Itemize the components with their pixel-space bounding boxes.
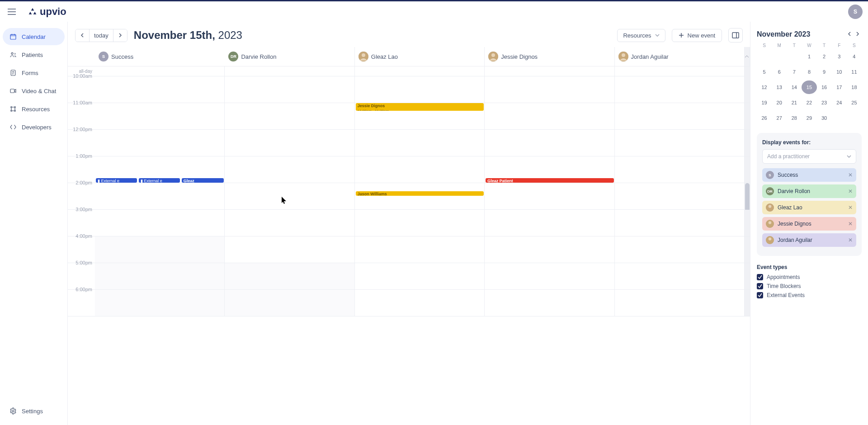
time-slot[interactable] [615,76,745,103]
resource-column-3[interactable]: Jessie Dignos [485,47,614,66]
practitioner-chip[interactable]: SSuccess✕ [762,168,856,182]
mini-cal-day[interactable]: 23 [817,96,832,109]
time-slot[interactable] [355,183,485,210]
time-slot[interactable] [225,76,354,103]
user-avatar[interactable]: S [848,5,863,19]
scrollbar[interactable] [745,236,750,263]
time-slot[interactable] [95,103,225,130]
mini-cal-day[interactable]: 30 [817,111,832,125]
remove-chip-icon[interactable]: ✕ [848,237,853,243]
practitioner-chip[interactable]: Jordan Aguilar✕ [762,233,856,247]
new-event-button[interactable]: New event [672,29,722,42]
mini-cal-day[interactable]: 24 [832,96,847,109]
resource-column-2[interactable]: Gleaz Lao [355,47,485,66]
time-slot[interactable] [615,156,745,183]
time-slot[interactable] [485,210,614,236]
scrollbar[interactable] [745,263,750,290]
mini-cal-day[interactable]: 13 [772,80,787,94]
time-slot[interactable] [355,76,485,103]
time-slot[interactable] [95,290,225,316]
event-type-checkbox[interactable]: Appointments [757,274,862,280]
time-slot[interactable] [225,130,354,156]
mini-cal-day[interactable]: 12 [757,80,772,94]
event-type-checkbox[interactable]: Time Blockers [757,283,862,289]
scrollbar[interactable] [745,183,750,210]
scroll-up-icon[interactable] [745,55,749,58]
remove-chip-icon[interactable]: ✕ [848,204,853,211]
resource-column-0[interactable]: SSuccess [95,47,225,66]
time-slot[interactable] [95,130,225,156]
mini-next-button[interactable] [854,29,862,39]
scrollbar[interactable] [745,103,750,130]
sidebar-item-video-chat[interactable]: Video & Chat [3,82,65,99]
time-slot[interactable] [355,156,485,183]
mini-cal-day[interactable]: 8 [802,65,816,79]
time-slot[interactable] [485,290,614,316]
sidebar-item-developers[interactable]: Developers [3,118,65,136]
time-slot[interactable] [225,183,354,210]
time-slot[interactable] [615,103,745,130]
time-slot[interactable] [355,210,485,236]
remove-chip-icon[interactable]: ✕ [848,188,853,194]
right-panel-toggle[interactable] [728,28,743,42]
mini-cal-day[interactable]: 3 [832,50,847,63]
mini-cal-day[interactable]: 28 [787,111,802,125]
time-slot[interactable] [225,263,354,290]
time-slot[interactable] [225,210,354,236]
mini-cal-day[interactable]: 9 [817,65,832,79]
scrollbar[interactable] [745,76,750,103]
calendar-event[interactable]: Gleaz [182,178,224,183]
calendar-event[interactable]: Gleaz Patient [486,178,613,183]
time-slot[interactable] [355,263,485,290]
time-slot[interactable] [355,130,485,156]
practitioner-chip[interactable]: Gleaz Lao✕ [762,201,856,214]
resources-dropdown[interactable]: Resources [617,29,665,42]
today-button[interactable]: today [89,29,113,42]
mini-cal-day[interactable]: 22 [802,96,816,109]
time-slot[interactable] [485,236,614,263]
next-day-button[interactable] [113,29,127,42]
time-slot[interactable] [225,103,354,130]
mini-cal-day[interactable]: 20 [772,96,787,109]
time-slot[interactable] [615,236,745,263]
time-slot[interactable] [615,130,745,156]
mini-cal-day[interactable]: 25 [847,96,862,109]
time-slot[interactable] [485,76,614,103]
mini-cal-day[interactable]: 15 [802,80,816,94]
mini-cal-day[interactable]: 17 [832,80,847,94]
time-slot[interactable] [615,183,745,210]
time-slot[interactable] [225,290,354,316]
remove-chip-icon[interactable]: ✕ [848,172,853,178]
mini-cal-day[interactable]: 6 [772,65,787,79]
mini-prev-button[interactable] [845,29,854,39]
time-slot[interactable] [485,103,614,130]
sidebar-item-resources[interactable]: Resources [3,100,65,118]
sidebar-item-settings[interactable]: Settings [3,402,65,420]
mini-cal-day[interactable]: 18 [847,80,862,94]
mini-cal-day[interactable]: 11 [847,65,862,79]
mini-cal-day[interactable]: 21 [787,96,802,109]
practitioner-chip[interactable]: Jessie Dignos✕ [762,217,856,231]
mini-cal-day[interactable]: 16 [817,80,832,94]
practitioner-chip[interactable]: DRDarvie Rollon✕ [762,184,856,198]
mini-cal-day[interactable]: 10 [832,65,847,79]
time-slot[interactable] [95,183,225,210]
scrollbar[interactable] [745,290,750,316]
calendar-event[interactable]: ▮ External e [96,178,137,183]
calendar-event[interactable]: ▮ External e [139,178,180,183]
time-slot[interactable] [95,236,225,263]
time-slot[interactable] [225,236,354,263]
event-type-checkbox[interactable]: External Events [757,292,862,298]
calendar-event[interactable]: Jessie Dignos11:00am - 11:20am [356,103,484,111]
resource-column-1[interactable]: DRDarvie Rollon [225,47,354,66]
time-slot[interactable] [355,236,485,263]
add-practitioner-dropdown[interactable]: Add a practitioner [762,149,856,164]
mini-cal-day[interactable]: 1 [802,50,816,63]
time-slot[interactable] [615,263,745,290]
time-slot[interactable] [225,156,354,183]
mini-cal-day[interactable]: 14 [787,80,802,94]
mini-cal-day[interactable]: 26 [757,111,772,125]
scrollbar[interactable] [745,210,750,236]
mini-cal-day[interactable]: 19 [757,96,772,109]
sidebar-item-patients[interactable]: Patients [3,46,65,63]
